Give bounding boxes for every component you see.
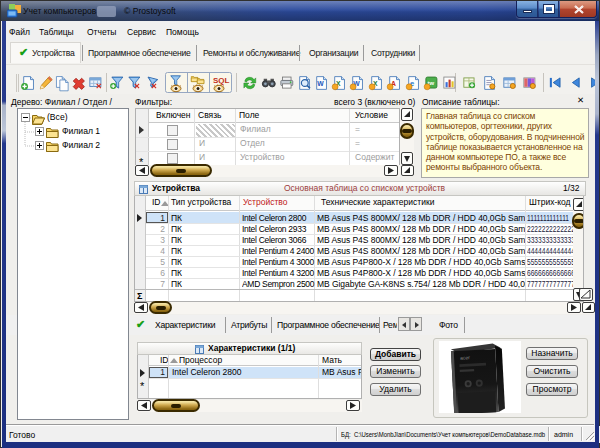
svg-text:W: W (317, 80, 324, 87)
svg-text:acer: acer (460, 354, 470, 361)
svg-text:SQL: SQL (213, 76, 230, 85)
